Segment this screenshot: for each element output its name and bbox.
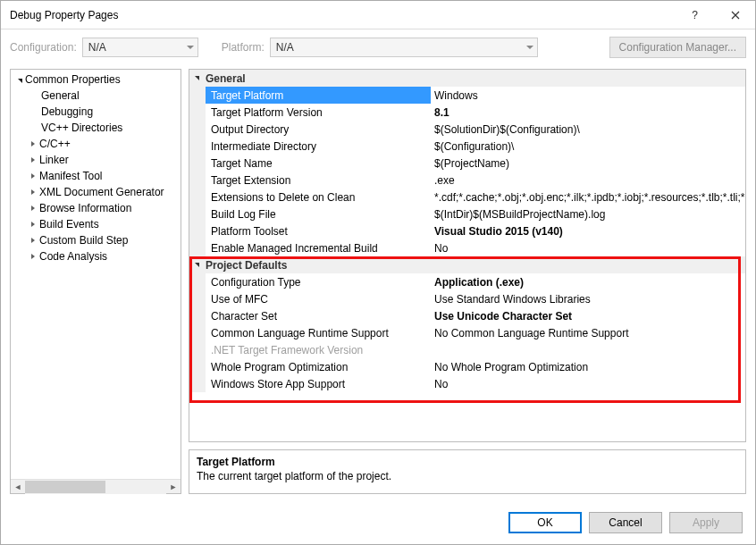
property-value[interactable] bbox=[431, 341, 745, 358]
grid-row[interactable]: Configuration TypeApplication (.exe) bbox=[189, 273, 745, 290]
scroll-left-icon[interactable]: ◄ bbox=[11, 480, 25, 494]
property-name: Whole Program Optimization bbox=[206, 358, 431, 375]
property-value[interactable]: $(Configuration)\ bbox=[431, 138, 745, 155]
configuration-combo[interactable]: N/A bbox=[82, 38, 198, 57]
property-value[interactable]: *.cdf;*.cache;*.obj;*.obj.enc;*.ilk;*.ip… bbox=[431, 189, 745, 205]
configuration-value: N/A bbox=[88, 41, 106, 54]
grid-row[interactable]: Build Log File$(IntDir)$(MSBuildProjectN… bbox=[189, 205, 745, 222]
tree-item[interactable]: Browse Information bbox=[11, 200, 181, 216]
grid-row[interactable]: Output Directory$(SolutionDir)$(Configur… bbox=[189, 121, 745, 138]
tree-item[interactable]: Build Events bbox=[11, 216, 181, 232]
platform-combo[interactable]: N/A bbox=[270, 38, 538, 57]
property-value[interactable]: No Whole Program Optimization bbox=[431, 358, 745, 375]
twisty-collapsed-icon[interactable] bbox=[27, 170, 39, 182]
configuration-label: Configuration: bbox=[10, 41, 77, 54]
grid-row[interactable]: Use of MFCUse Standard Windows Libraries bbox=[189, 290, 745, 307]
property-value[interactable]: .exe bbox=[431, 172, 745, 189]
twisty-collapsed-icon[interactable] bbox=[27, 218, 39, 231]
row-gutter bbox=[189, 290, 206, 307]
property-value[interactable]: Application (.exe) bbox=[431, 273, 745, 290]
twisty-expanded-icon[interactable] bbox=[13, 73, 25, 86]
property-value[interactable]: $(SolutionDir)$(Configuration)\ bbox=[431, 121, 745, 138]
grid-row[interactable]: Extensions to Delete on Clean*.cdf;*.cac… bbox=[189, 189, 745, 205]
grid-row[interactable]: Enable Managed Incremental BuildNo bbox=[189, 239, 745, 256]
ok-button[interactable]: OK bbox=[508, 512, 582, 533]
row-gutter bbox=[189, 324, 206, 341]
grid-category[interactable]: General bbox=[189, 70, 745, 87]
property-value[interactable]: $(ProjectName) bbox=[431, 155, 745, 172]
row-gutter bbox=[189, 358, 206, 375]
apply-button[interactable]: Apply bbox=[669, 512, 743, 533]
property-value[interactable]: $(IntDir)$(MSBuildProjectName).log bbox=[431, 205, 745, 222]
property-value[interactable]: Visual Studio 2015 (v140) bbox=[431, 222, 745, 239]
grid-row[interactable]: Platform ToolsetVisual Studio 2015 (v140… bbox=[189, 222, 745, 239]
twisty-collapsed-icon[interactable] bbox=[27, 138, 39, 150]
cancel-button[interactable]: Cancel bbox=[589, 512, 662, 533]
tree-item-label: Debugging bbox=[41, 105, 93, 118]
tree-item[interactable]: General bbox=[11, 88, 181, 104]
tree-item-label: General bbox=[41, 89, 80, 102]
property-grid[interactable]: GeneralTarget PlatformWindowsTarget Plat… bbox=[189, 69, 746, 442]
grid-category[interactable]: Project Defaults bbox=[189, 256, 745, 273]
grid-row[interactable]: Windows Store App SupportNo bbox=[189, 375, 745, 392]
twisty-collapsed-icon[interactable] bbox=[27, 154, 39, 166]
collapse-icon[interactable] bbox=[193, 261, 202, 270]
twisty-collapsed-icon[interactable] bbox=[27, 186, 39, 198]
category-gutter[interactable] bbox=[189, 256, 206, 273]
tree-root[interactable]: Common Properties bbox=[11, 71, 181, 88]
grid-row[interactable]: .NET Target Framework Version bbox=[189, 341, 745, 358]
tree-item-label: Custom Build Step bbox=[39, 234, 128, 247]
tree-item[interactable]: VC++ Directories bbox=[11, 120, 181, 136]
row-gutter bbox=[189, 239, 206, 256]
grid-row[interactable]: Target PlatformWindows bbox=[189, 87, 745, 104]
property-name: Character Set bbox=[206, 307, 431, 324]
scroll-track[interactable] bbox=[25, 480, 166, 494]
row-gutter bbox=[189, 172, 206, 189]
tree-item-label: C/C++ bbox=[39, 138, 71, 150]
property-value[interactable]: Windows bbox=[431, 87, 745, 104]
tree-item[interactable]: XML Document Generator bbox=[11, 184, 181, 200]
twisty-collapsed-icon[interactable] bbox=[27, 202, 39, 214]
property-value[interactable]: Use Unicode Character Set bbox=[431, 307, 745, 324]
tree-item[interactable]: Manifest Tool bbox=[11, 168, 181, 184]
dialog-buttons: OK Cancel Apply bbox=[508, 512, 743, 533]
grid-row[interactable]: Target Platform Version8.1 bbox=[189, 104, 745, 121]
tree-item-label: VC++ Directories bbox=[41, 122, 122, 134]
grid-row[interactable]: Target Extension.exe bbox=[189, 172, 745, 189]
tree-item-label: Code Analysis bbox=[39, 250, 107, 263]
grid-row[interactable]: Whole Program OptimizationNo Whole Progr… bbox=[189, 358, 745, 375]
grid-row[interactable]: Intermediate Directory$(Configuration)\ bbox=[189, 138, 745, 155]
property-value[interactable]: Use Standard Windows Libraries bbox=[431, 290, 745, 307]
category-gutter[interactable] bbox=[189, 70, 206, 87]
grid-row[interactable]: Character SetUse Unicode Character Set bbox=[189, 307, 745, 324]
twisty-collapsed-icon[interactable] bbox=[27, 234, 39, 247]
grid-row[interactable]: Target Name$(ProjectName) bbox=[189, 155, 745, 172]
tree[interactable]: Common Properties GeneralDebuggingVC++ D… bbox=[11, 70, 181, 479]
property-name: Target Platform Version bbox=[206, 104, 431, 121]
tree-item[interactable]: Debugging bbox=[11, 104, 181, 120]
tree-item-label: Manifest Tool bbox=[39, 170, 102, 182]
tree-item[interactable]: Custom Build Step bbox=[11, 232, 181, 248]
tree-item-label: Browse Information bbox=[39, 202, 131, 214]
configuration-manager-button[interactable]: Configuration Manager... bbox=[609, 37, 746, 58]
close-button[interactable] bbox=[715, 2, 755, 29]
property-value[interactable]: No Common Language Runtime Support bbox=[431, 324, 745, 341]
tree-item[interactable]: Code Analysis bbox=[11, 248, 181, 264]
tree-scrollbar[interactable]: ◄ ► bbox=[11, 479, 181, 493]
scroll-right-icon[interactable]: ► bbox=[166, 480, 181, 494]
chevron-down-icon bbox=[187, 46, 194, 49]
property-value[interactable]: No bbox=[431, 375, 745, 392]
help-button[interactable]: ? bbox=[675, 2, 715, 29]
scroll-thumb[interactable] bbox=[25, 481, 105, 493]
row-gutter bbox=[189, 104, 206, 121]
tree-item[interactable]: Linker bbox=[11, 152, 181, 168]
property-name: Configuration Type bbox=[206, 273, 431, 290]
grid-row[interactable]: Common Language Runtime SupportNo Common… bbox=[189, 324, 745, 341]
property-value[interactable]: 8.1 bbox=[431, 104, 745, 121]
tree-item[interactable]: C/C++ bbox=[11, 136, 181, 152]
collapse-icon[interactable] bbox=[193, 74, 202, 83]
property-value[interactable]: No bbox=[431, 239, 745, 256]
twisty-collapsed-icon[interactable] bbox=[27, 250, 39, 263]
row-gutter bbox=[189, 138, 206, 155]
row-gutter bbox=[189, 375, 206, 392]
